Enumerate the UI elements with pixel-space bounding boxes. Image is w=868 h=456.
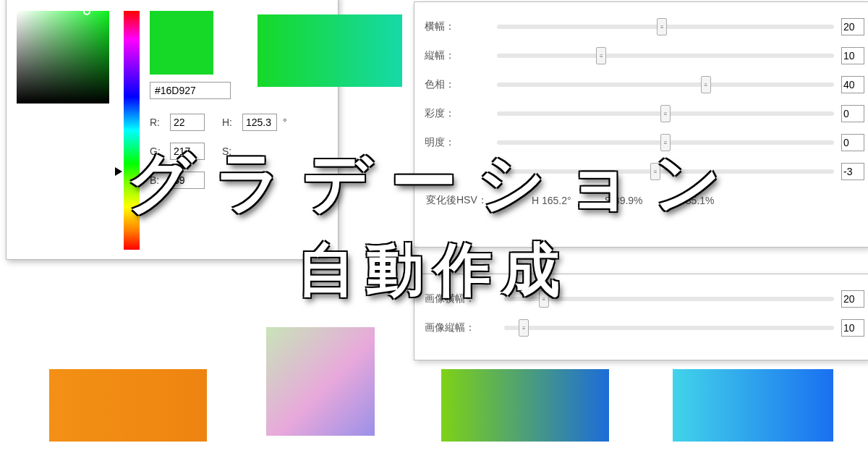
img-width-label: 画像横幅： <box>425 292 497 305</box>
img-height-thumb[interactable] <box>519 319 529 337</box>
img-height-slider[interactable] <box>504 326 834 330</box>
value-slider[interactable] <box>497 140 834 145</box>
readout-v: V 85.1% <box>676 195 715 206</box>
height-value[interactable] <box>841 47 864 64</box>
value-label: 明度： <box>425 136 490 149</box>
h-unit: ° <box>283 108 287 137</box>
gradient-params-panel: 横幅： 縦幅： 色相： 彩度： 明度： <box>414 1 868 248</box>
height-label: 縦幅： <box>425 49 490 62</box>
g-label: G: <box>150 137 166 166</box>
slider-row-saturation: 彩度： <box>425 99 864 128</box>
sv-plane[interactable] <box>17 11 109 104</box>
swatch-green-blue <box>441 369 609 442</box>
hsv-readout: 変化後HSV： H 165.2° S 89.9% V 85.1% <box>425 186 864 215</box>
hue-slider[interactable] <box>124 11 140 250</box>
slider-row-height: 縦幅： <box>425 41 864 70</box>
value-thumb[interactable] <box>660 134 671 151</box>
hue-shift-slider[interactable] <box>497 83 834 87</box>
swatch-cyan-blue <box>673 369 833 442</box>
image-size-panel: 画像横幅： 画像縦幅： <box>414 274 868 360</box>
readout-label: 変化後HSV： <box>426 194 498 207</box>
saturation-value[interactable] <box>841 105 864 122</box>
rgb-hsv-fields: R: H: ° G: S: B: <box>150 108 316 195</box>
swatch-orange <box>49 369 207 442</box>
current-color-swatch <box>150 11 213 75</box>
img-width-value[interactable] <box>841 290 864 308</box>
slider-row-hue: 色相： <box>425 70 864 99</box>
hue-label: 色相： <box>425 78 490 91</box>
width-value[interactable] <box>841 18 864 35</box>
gradient-preview-main <box>258 14 402 87</box>
slider-row-value: 明度： <box>425 128 864 157</box>
b-label: B: <box>150 166 166 195</box>
extra-thumb[interactable] <box>650 163 660 180</box>
value-value[interactable] <box>841 134 864 151</box>
slider-row-width: 横幅： <box>425 12 864 41</box>
readout-h: H 165.2° <box>532 195 571 206</box>
r-label: R: <box>150 108 166 137</box>
hue-value[interactable] <box>841 76 864 93</box>
hex-input[interactable] <box>150 82 231 99</box>
b-input[interactable] <box>170 172 205 189</box>
width-slider[interactable] <box>497 25 834 29</box>
slider-row-extra <box>425 157 864 186</box>
s-label: S: <box>222 137 238 166</box>
hue-thumb[interactable] <box>701 76 711 93</box>
width-thumb[interactable] <box>657 18 667 35</box>
height-thumb[interactable] <box>596 47 606 64</box>
r-input[interactable] <box>170 114 205 131</box>
saturation-label: 彩度： <box>425 107 490 120</box>
width-label: 横幅： <box>425 20 490 33</box>
img-height-label: 画像縦幅： <box>425 321 497 334</box>
extra-value[interactable] <box>841 163 864 180</box>
g-input[interactable] <box>170 143 205 160</box>
hue-pointer-icon <box>115 167 122 176</box>
slider-row-img-height: 画像縦幅： <box>425 313 864 342</box>
height-slider[interactable] <box>497 54 834 58</box>
img-height-value[interactable] <box>841 319 864 337</box>
saturation-slider[interactable] <box>497 111 834 116</box>
h-label: H: <box>222 108 238 137</box>
extra-slider[interactable] <box>497 169 834 174</box>
slider-row-img-width: 画像横幅： <box>425 284 864 313</box>
saturation-thumb[interactable] <box>660 105 671 122</box>
swatch-pastel <box>266 327 375 436</box>
img-width-slider[interactable] <box>504 297 834 301</box>
img-width-thumb[interactable] <box>539 290 549 308</box>
h-input[interactable] <box>242 114 277 131</box>
readout-s: S 89.9% <box>605 195 643 206</box>
